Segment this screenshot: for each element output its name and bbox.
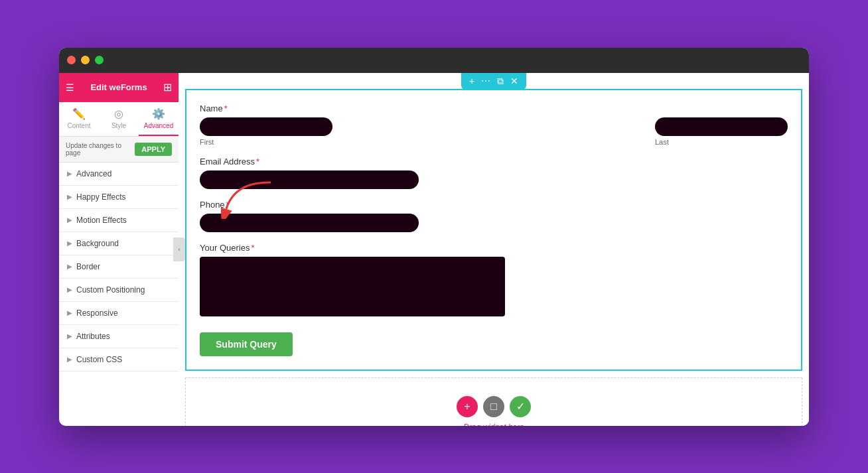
menu-item-label: Background [76,239,119,248]
sidebar-title: Edit weForms [90,82,147,92]
menu-item-advanced[interactable]: ▶ Advanced [59,163,179,186]
last-label: Last [655,138,788,146]
chevron-icon: ▶ [67,332,72,340]
tab-advanced[interactable]: ⚙️ Advanced [139,102,179,136]
plus-icon: + [464,401,470,413]
minimize-browser-btn[interactable] [81,56,90,64]
first-name-field: First [200,117,332,146]
dropzone-icons: + □ ✓ [457,396,531,417]
sidebar-collapse-btn[interactable]: ‹ [173,237,185,261]
tab-style[interactable]: ◎ Style [99,102,139,136]
first-name-input[interactable] [200,117,332,136]
collapse-chevron-icon: ‹ [179,246,181,253]
chevron-icon: ▶ [67,263,72,270]
menu-item-label: Happy Effects [76,192,125,202]
email-input[interactable] [200,170,419,189]
last-name-input[interactable] [655,117,788,136]
menu-item-attributes[interactable]: ▶ Attributes [59,325,179,348]
queries-field-group: Your Queries* [200,243,788,316]
email-label: Email Address* [200,157,788,167]
phone-input[interactable] [200,214,419,232]
browser-titlebar [59,48,809,73]
chevron-icon: ▶ [67,286,72,293]
menu-item-label: Custom Positioning [76,285,145,295]
maximize-browser-btn[interactable] [95,56,104,64]
toolbar-dots-btn[interactable]: ⋯ [481,76,490,86]
menu-item-label: Border [76,262,100,271]
hamburger-icon[interactable]: ☰ [66,82,74,93]
menu-item-label: Motion Effects [76,216,127,225]
menu-item-background[interactable]: ▶ Background [59,232,179,255]
toolbar-add-btn[interactable]: + [469,76,474,86]
menu-item-label: Custom CSS [76,355,122,364]
close-browser-btn[interactable] [67,56,76,64]
last-name-field: Last [655,117,788,146]
email-field-group: Email Address* [200,157,788,189]
check-icon: ✓ [516,400,525,413]
menu-item-label: Responsive [76,308,118,318]
sidebar-header: ☰ Edit weForms ⊞ [59,73,179,102]
menu-item-label: Advanced [76,169,111,178]
toolbar-close-btn[interactable]: ✕ [510,76,518,86]
sidebar-tabs: ✏️ Content ◎ Style ⚙️ Advanced [59,102,179,137]
content-icon: ✏️ [72,107,86,120]
tab-content[interactable]: ✏️ Content [59,102,99,136]
chevron-icon: ▶ [67,216,72,224]
main-content: + ⋯ ⧉ ✕ Name* First [179,73,809,426]
toolbar-copy-btn[interactable]: ⧉ [497,76,504,87]
chevron-icon: ▶ [67,193,72,200]
update-row: Update changes to page APPLY [59,137,179,163]
advanced-icon: ⚙️ [152,107,165,120]
sidebar-menu: ▶ Advanced ▶ Happy Effects ▶ Motion Effe… [59,163,179,372]
chevron-icon: ▶ [67,309,72,316]
chevron-icon: ▶ [67,356,72,363]
grid-icon[interactable]: ⊞ [163,81,172,94]
menu-item-responsive[interactable]: ▶ Responsive [59,302,179,325]
menu-item-happy-effects[interactable]: ▶ Happy Effects [59,186,179,209]
menu-item-custom-positioning[interactable]: ▶ Custom Positioning [59,279,179,302]
name-field-row: First Last [200,117,788,146]
grid-icon: □ [490,401,497,413]
phone-label: Phone* [200,200,788,210]
element-toolbar: + ⋯ ⧉ ✕ [461,73,526,90]
phone-field-group: Phone* [200,200,788,232]
name-label: Name* [200,103,788,113]
queries-label: Your Queries* [200,243,788,253]
menu-item-label: Attributes [76,332,110,341]
chevron-icon: ▶ [67,239,72,247]
menu-item-border[interactable]: ▶ Border [59,255,179,279]
apply-button[interactable]: APPLY [135,143,172,156]
menu-item-custom-css[interactable]: ▶ Custom CSS [59,348,179,372]
widget-grid-btn[interactable]: □ [483,396,504,417]
add-widget-btn[interactable]: + [457,396,478,417]
widget-check-btn[interactable]: ✓ [510,396,531,417]
widget-dropzone[interactable]: + □ ✓ Drag widget here [185,377,802,426]
first-label: First [200,138,332,146]
sidebar: ☰ Edit weForms ⊞ ✏️ Content ◎ Style ⚙ [59,73,179,372]
update-label: Update changes to page [66,142,129,157]
chevron-icon: ▶ [67,170,72,177]
style-icon: ◎ [114,107,123,120]
name-field-group: Name* First Last [200,103,788,146]
submit-button[interactable]: Submit Query [200,332,293,356]
menu-item-motion-effects[interactable]: ▶ Motion Effects [59,209,179,232]
drag-label: Drag widget here [463,423,524,426]
queries-textarea[interactable] [200,257,505,316]
